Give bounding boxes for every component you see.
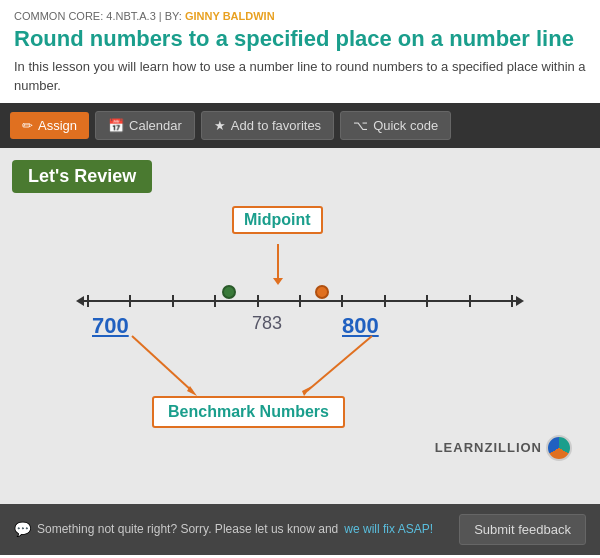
chat-icon: 💬 [14,521,31,537]
quickcode-button[interactable]: ⌥ Quick code [340,111,451,140]
calendar-icon: 📅 [108,118,124,133]
lets-review-label: Let's Review [12,160,152,193]
submit-feedback-button[interactable]: Submit feedback [459,514,586,545]
learnzillion-text: LEARNZILLION [435,440,542,455]
value-dot [315,285,329,299]
common-core-label: COMMON CORE: 4.NBT.A.3 | BY: GINNY BALDW… [14,10,586,22]
lesson-description: In this lesson you will learn how to use… [14,58,586,94]
lesson-title: Round numbers to a specified place on a … [14,26,586,52]
midpoint-dot [222,285,236,299]
footer-message: 💬 Something not quite right? Sorry. Plea… [14,521,459,537]
svg-line-0 [132,336,192,391]
fix-link[interactable]: we will fix ASAP! [344,522,433,536]
learnzillion-globe-icon [546,435,572,461]
code-icon: ⌥ [353,118,368,133]
number-line-container [72,291,528,311]
calendar-button[interactable]: 📅 Calendar [95,111,195,140]
pencil-icon: ✏ [22,118,33,133]
assign-button[interactable]: ✏ Assign [10,112,89,139]
content-area: Let's Review Midpoint [0,148,600,504]
toolbar: ✏ Assign 📅 Calendar ★ Add to favorites ⌥… [0,103,600,148]
svg-line-2 [307,336,372,391]
star-icon: ★ [214,118,226,133]
learnzillion-logo: LEARNZILLION [435,435,572,461]
midpoint-label: Midpoint [232,206,323,234]
svg-marker-3 [302,386,312,396]
header: COMMON CORE: 4.NBT.A.3 | BY: GINNY BALDW… [0,0,600,103]
number-line [72,291,528,311]
benchmark-label: Benchmark Numbers [152,396,345,428]
footer: 💬 Something not quite right? Sorry. Plea… [0,504,600,555]
favorites-button[interactable]: ★ Add to favorites [201,111,334,140]
number-line-ticks [87,295,513,307]
diagram: Midpoint [12,201,588,471]
midpoint-arrow [277,244,279,279]
